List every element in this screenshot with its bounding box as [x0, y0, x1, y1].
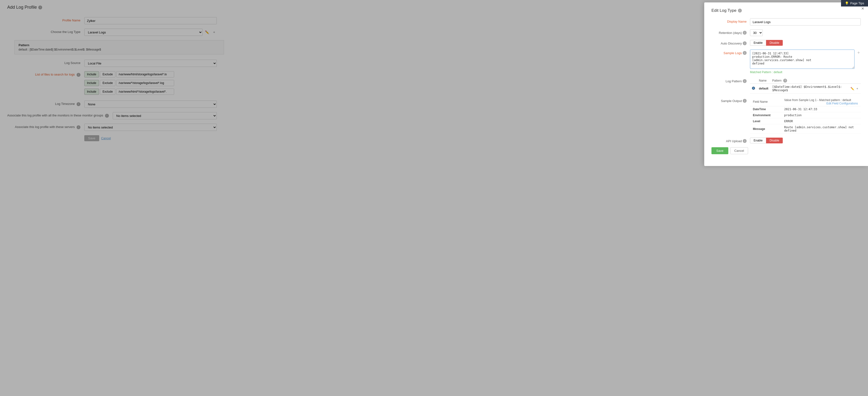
output-value-level: ERROR — [781, 119, 861, 124]
page-tips-label: Page Tips — [850, 1, 864, 5]
output-row-message: Message Route [admin.services.customer.s… — [750, 124, 861, 134]
pattern-col-actions — [848, 78, 861, 84]
auto-discovery-label: Auto Discovery i — [711, 40, 750, 45]
output-field-message: Message — [750, 124, 781, 134]
log-pattern-row: Log Pattern i Name Pattern ? — [711, 78, 861, 94]
display-name-row: Display Name — [711, 18, 861, 26]
api-upload-disable-btn[interactable]: Disable — [766, 138, 783, 143]
output-field-level: Level — [750, 119, 781, 124]
modal-save-button[interactable]: Save — [711, 147, 728, 154]
output-table: Field Name Value from Sample Log 1 - Mat… — [750, 97, 861, 134]
log-pattern-info-icon[interactable]: i — [743, 79, 747, 83]
modal-title-info-icon[interactable]: i — [738, 9, 742, 12]
sample-logs-textarea[interactable]: [2021-06-31 12:47:33] production.ERROR: … — [750, 50, 855, 69]
output-field-environment: Environment — [750, 112, 781, 119]
modal-action-buttons: Save Cancel — [711, 147, 861, 154]
auto-discovery-toggle: Enable Disable — [750, 40, 861, 46]
retention-field: 7 14 30 60 90 — [750, 29, 861, 36]
page-tips-bar: 💡 Page Tips — [841, 0, 868, 6]
output-col-value: Value from Sample Log 1 - Matched patter… — [781, 97, 861, 106]
edit-log-type-modal: × Edit Log Type i Display Name Retention… — [704, 2, 868, 166]
pattern-col-check — [750, 78, 757, 84]
auto-discovery-disable-btn[interactable]: Disable — [766, 40, 783, 46]
lightbulb-icon: 💡 — [845, 1, 849, 5]
sample-output-field: Field Name Value from Sample Log 1 - Mat… — [750, 97, 861, 134]
pattern-help-icon[interactable]: ? — [783, 79, 787, 82]
add-sample-log-btn[interactable]: ＋ — [855, 50, 861, 55]
sample-output-row: Sample Output i Field Name Value from Sa… — [711, 97, 861, 134]
output-row-environment: Environment production — [750, 112, 861, 119]
pattern-radio-cell — [750, 84, 757, 94]
output-col-field: Field Name — [750, 97, 781, 106]
modal-title: Edit Log Type i — [711, 8, 861, 13]
retention-select[interactable]: 7 14 30 60 90 — [750, 29, 763, 36]
modal-close-button[interactable]: × — [861, 6, 864, 11]
auto-discovery-field: Enable Disable — [750, 40, 861, 46]
pattern-col-name: Name — [757, 78, 770, 84]
sample-output-info-icon[interactable]: i — [743, 99, 747, 103]
display-name-field — [750, 18, 861, 26]
log-pattern-label: Log Pattern i — [711, 78, 750, 83]
pattern-value-0: [$DateTime:date$] $Environment$.$Level$:… — [770, 84, 848, 94]
pattern-table: Name Pattern ? default — [750, 78, 861, 94]
matched-pattern: Matched Pattern : default — [750, 70, 855, 74]
log-pattern-field: Name Pattern ? default — [750, 78, 861, 94]
display-name-label: Display Name — [711, 18, 750, 23]
output-row-datetime: DateTime 2021-06-31 12:47:33 — [750, 106, 861, 112]
auto-discovery-enable-btn[interactable]: Enable — [750, 40, 766, 46]
display-name-input[interactable] — [750, 18, 861, 26]
pattern-add-btn[interactable]: ＋ — [856, 86, 859, 91]
auto-discovery-row: Auto Discovery i Enable Disable — [711, 40, 861, 46]
api-upload-toggle: Enable Disable — [750, 138, 861, 143]
sample-logs-info-icon[interactable]: i — [743, 51, 747, 55]
pattern-row-0: default [$DateTime:date$] $Environment$.… — [750, 84, 861, 94]
pattern-actions-0: ✏️ ＋ — [848, 84, 861, 94]
pattern-col-pattern: Pattern ? — [770, 78, 848, 84]
sample-logs-label: Sample Logs i — [711, 50, 750, 55]
edit-field-config-link[interactable]: Edit Field Configurations — [826, 102, 858, 105]
auto-discovery-info-icon[interactable]: i — [743, 41, 747, 45]
overlay: × Edit Log Type i Display Name Retention… — [0, 0, 868, 396]
output-value-message: Route [admin.services.customer.show] not… — [781, 124, 861, 134]
output-value-environment: production — [781, 112, 861, 119]
pattern-radio-0[interactable] — [752, 87, 755, 90]
output-value-datetime: 2021-06-31 12:47:33 — [781, 106, 861, 112]
retention-info-icon[interactable]: i — [743, 31, 747, 35]
sample-logs-field: [2021-06-31 12:47:33] production.ERROR: … — [750, 50, 855, 74]
pattern-edit-btn-0[interactable]: ✏️ — [850, 86, 854, 91]
sample-logs-row: Sample Logs i [2021-06-31 12:47:33] prod… — [711, 50, 861, 74]
api-upload-enable-btn[interactable]: Enable — [750, 138, 766, 143]
api-upload-row: API Upload i Enable Disable — [711, 138, 861, 143]
api-upload-info-icon[interactable]: i — [743, 139, 747, 143]
pattern-name-0: default — [757, 84, 770, 94]
sample-output-label: Sample Output i — [711, 97, 750, 103]
retention-row: Retention (days) i 7 14 30 60 90 — [711, 29, 861, 36]
api-upload-label: API Upload i — [711, 138, 750, 143]
output-field-datetime: DateTime — [750, 106, 781, 112]
retention-label: Retention (days) i — [711, 29, 750, 35]
output-row-level: Level ERROR — [750, 119, 861, 124]
modal-title-text: Edit Log Type — [711, 8, 737, 13]
api-upload-field: Enable Disable — [750, 138, 861, 143]
value-from-sample: Value from Sample Log 1 - Matched patter… — [784, 98, 851, 102]
modal-cancel-button[interactable]: Cancel — [730, 147, 748, 154]
